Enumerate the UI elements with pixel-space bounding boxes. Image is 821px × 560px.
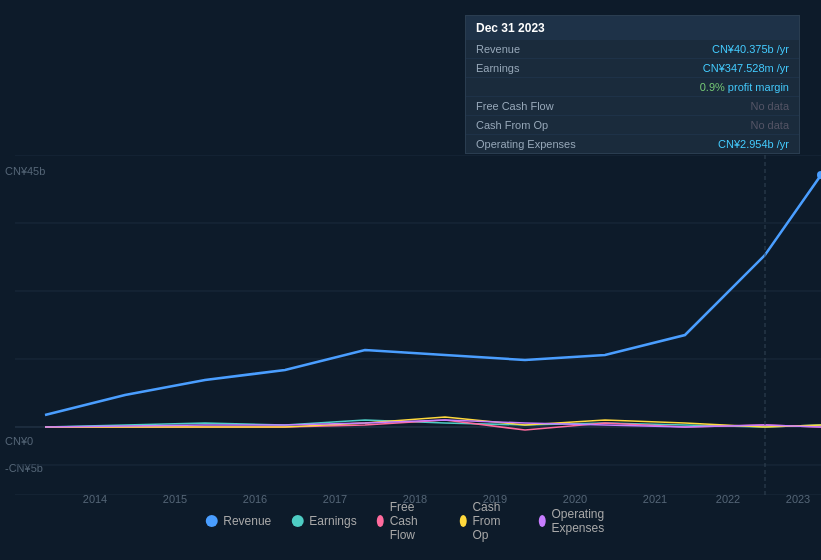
legend: Revenue Earnings Free Cash Flow Cash Fro… <box>205 500 616 542</box>
legend-label-fcf: Free Cash Flow <box>390 500 440 542</box>
tooltip-label-fcf: Free Cash Flow <box>476 100 596 112</box>
tooltip-row-earnings: Earnings CN¥347.528m /yr <box>466 59 799 78</box>
legend-item-earnings[interactable]: Earnings <box>291 514 356 528</box>
legend-item-opex[interactable]: Operating Expenses <box>538 507 615 535</box>
tooltip-label-earnings: Earnings <box>476 62 596 74</box>
tooltip-value-fcf: No data <box>750 100 789 112</box>
tooltip-header: Dec 31 2023 <box>466 16 799 40</box>
tooltip: Dec 31 2023 Revenue CN¥40.375b /yr Earni… <box>465 15 800 154</box>
legend-label-earnings: Earnings <box>309 514 356 528</box>
legend-dot-opex <box>538 515 545 527</box>
tooltip-row-profit-margin: 0.9% profit margin <box>466 78 799 97</box>
legend-item-cashfromop[interactable]: Cash From Op <box>459 500 518 542</box>
legend-dot-earnings <box>291 515 303 527</box>
tooltip-label-opex: Operating Expenses <box>476 138 596 150</box>
chart-svg <box>15 155 821 495</box>
tooltip-value-cashfromop: No data <box>750 119 789 131</box>
tooltip-value-opex: CN¥2.954b /yr <box>718 138 789 150</box>
tooltip-value-revenue: CN¥40.375b /yr <box>712 43 789 55</box>
tooltip-value-profit-margin: 0.9% profit margin <box>700 81 789 93</box>
tooltip-row-revenue: Revenue CN¥40.375b /yr <box>466 40 799 59</box>
legend-label-opex: Operating Expenses <box>551 507 615 535</box>
tooltip-row-opex: Operating Expenses CN¥2.954b /yr <box>466 135 799 153</box>
legend-label-cashfromop: Cash From Op <box>472 500 518 542</box>
tooltip-row-fcf: Free Cash Flow No data <box>466 97 799 116</box>
legend-item-revenue[interactable]: Revenue <box>205 514 271 528</box>
tooltip-label-revenue: Revenue <box>476 43 596 55</box>
legend-dot-fcf <box>377 515 384 527</box>
tooltip-value-earnings: CN¥347.528m /yr <box>703 62 789 74</box>
legend-label-revenue: Revenue <box>223 514 271 528</box>
tooltip-row-cashfromop: Cash From Op No data <box>466 116 799 135</box>
tooltip-label-cashfromop: Cash From Op <box>476 119 596 131</box>
legend-dot-revenue <box>205 515 217 527</box>
chart-container: Dec 31 2023 Revenue CN¥40.375b /yr Earni… <box>0 0 821 560</box>
legend-item-fcf[interactable]: Free Cash Flow <box>377 500 440 542</box>
legend-dot-cashfromop <box>459 515 466 527</box>
